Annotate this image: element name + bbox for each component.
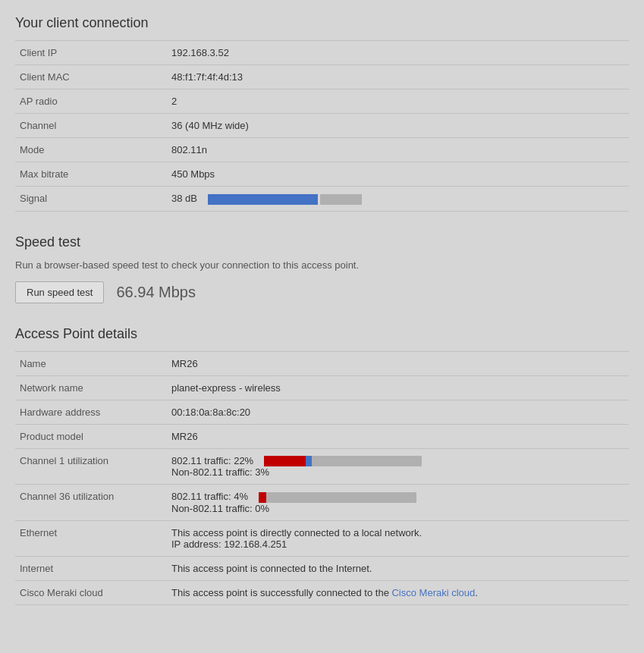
table-row-ethernet: Ethernet This access point is directly c… <box>15 520 629 556</box>
speed-test-description: Run a browser-based speed test to check … <box>15 259 629 271</box>
value-hardware-address: 00:18:0a:8a:8c:20 <box>167 400 629 424</box>
channel36-bar-empty <box>266 492 416 503</box>
table-row: Channel 36 (40 MHz wide) <box>15 114 629 138</box>
speed-result: 66.94 Mbps <box>116 284 196 301</box>
value-mode: 802.11n <box>167 138 629 162</box>
value-signal: 38 dB <box>167 187 629 212</box>
client-connection-section: Your client connection Client IP 192.168… <box>15 15 629 212</box>
signal-empty-bar <box>320 194 362 205</box>
speed-test-controls: Run speed test 66.94 Mbps <box>15 281 629 303</box>
value-channel: 36 (40 MHz wide) <box>167 114 629 138</box>
label-ap-radio: AP radio <box>15 89 167 114</box>
cisco-meraki-cloud-link[interactable]: Cisco Meraki cloud <box>391 587 475 598</box>
ethernet-line2: IP address: 192.168.4.251 <box>171 538 624 550</box>
value-ethernet: This access point is directly connected … <box>167 520 629 556</box>
channel36-line2: Non-802.11 traffic: 0% <box>171 503 624 514</box>
cisco-meraki-prefix: This access point is successfully connec… <box>171 587 391 598</box>
label-signal: Signal <box>15 187 167 212</box>
run-speed-test-button[interactable]: Run speed test <box>15 281 104 303</box>
table-row-channel1-util: Channel 1 utilization 802.11 traffic: 22… <box>15 448 629 485</box>
channel1-bar <box>264 456 422 466</box>
label-channel: Channel <box>15 114 167 138</box>
table-row: Mode 802.11n <box>15 138 629 162</box>
table-row-channel36-util: Channel 36 utilization 802.11 traffic: 4… <box>15 485 629 521</box>
speed-test-section: Speed test Run a browser-based speed tes… <box>15 234 629 303</box>
channel1-bar-blue <box>306 456 312 466</box>
channel1-bar-red <box>264 456 306 466</box>
value-ap-radio: 2 <box>167 89 629 114</box>
label-channel1-util: Channel 1 utilization <box>15 448 167 485</box>
ap-details-title: Access Point details <box>15 326 629 342</box>
value-product-model: MR26 <box>167 424 629 448</box>
value-network-name: planet-express - wireless <box>167 375 629 400</box>
value-channel1-util: 802.11 traffic: 22% Non-802.11 traffic: … <box>167 448 629 485</box>
label-client-mac: Client MAC <box>15 65 167 89</box>
label-name: Name <box>15 351 167 375</box>
client-connection-table: Client IP 192.168.3.52 Client MAC 48:f1:… <box>15 40 629 212</box>
table-row-hardware-address: Hardware address 00:18:0a:8a:8c:20 <box>15 400 629 424</box>
channel1-line2: Non-802.11 traffic: 3% <box>171 466 624 478</box>
ap-details-table: Name MR26 Network name planet-express - … <box>15 351 629 605</box>
value-client-ip: 192.168.3.52 <box>167 41 629 65</box>
label-mode: Mode <box>15 138 167 162</box>
label-product-model: Product model <box>15 424 167 448</box>
table-row-internet: Internet This access point is connected … <box>15 556 629 580</box>
value-channel36-util: 802.11 traffic: 4% Non-802.11 traffic: 0… <box>167 485 629 521</box>
signal-filled-bar <box>208 194 318 205</box>
table-row-cisco-meraki: Cisco Meraki cloud This access point is … <box>15 580 629 604</box>
ap-details-section: Access Point details Name MR26 Network n… <box>15 326 629 605</box>
label-channel36-util: Channel 36 utilization <box>15 485 167 521</box>
value-client-mac: 48:f1:7f:4f:4d:13 <box>167 65 629 89</box>
table-row: AP radio 2 <box>15 89 629 114</box>
label-hardware-address: Hardware address <box>15 400 167 424</box>
label-ethernet: Ethernet <box>15 520 167 556</box>
table-row: Client IP 192.168.3.52 <box>15 41 629 65</box>
table-row: Client MAC 48:f1:7f:4f:4d:13 <box>15 65 629 89</box>
table-row: Max bitrate 450 Mbps <box>15 162 629 187</box>
label-max-bitrate: Max bitrate <box>15 162 167 187</box>
channel1-bar-empty <box>312 456 422 466</box>
channel36-bar-red <box>259 492 266 503</box>
table-row-network-name: Network name planet-express - wireless <box>15 375 629 400</box>
signal-bar <box>208 194 362 205</box>
value-max-bitrate: 450 Mbps <box>167 162 629 187</box>
channel1-line1: 802.11 traffic: 22% <box>171 455 624 467</box>
label-network-name: Network name <box>15 375 167 400</box>
ethernet-line1: This access point is directly connected … <box>171 527 624 538</box>
channel36-line1: 802.11 traffic: 4% <box>171 491 624 503</box>
signal-value: 38 dB <box>171 193 197 204</box>
value-internet: This access point is connected to the In… <box>167 556 629 580</box>
table-row-name: Name MR26 <box>15 351 629 375</box>
label-cisco-meraki: Cisco Meraki cloud <box>15 580 167 604</box>
speed-test-title: Speed test <box>15 234 629 250</box>
label-client-ip: Client IP <box>15 41 167 65</box>
table-row-product-model: Product model MR26 <box>15 424 629 448</box>
value-cisco-meraki: This access point is successfully connec… <box>167 580 629 604</box>
value-name: MR26 <box>167 351 629 375</box>
channel36-bar <box>259 492 416 503</box>
table-row-signal: Signal 38 dB <box>15 187 629 212</box>
client-connection-title: Your client connection <box>15 15 629 31</box>
label-internet: Internet <box>15 556 167 580</box>
